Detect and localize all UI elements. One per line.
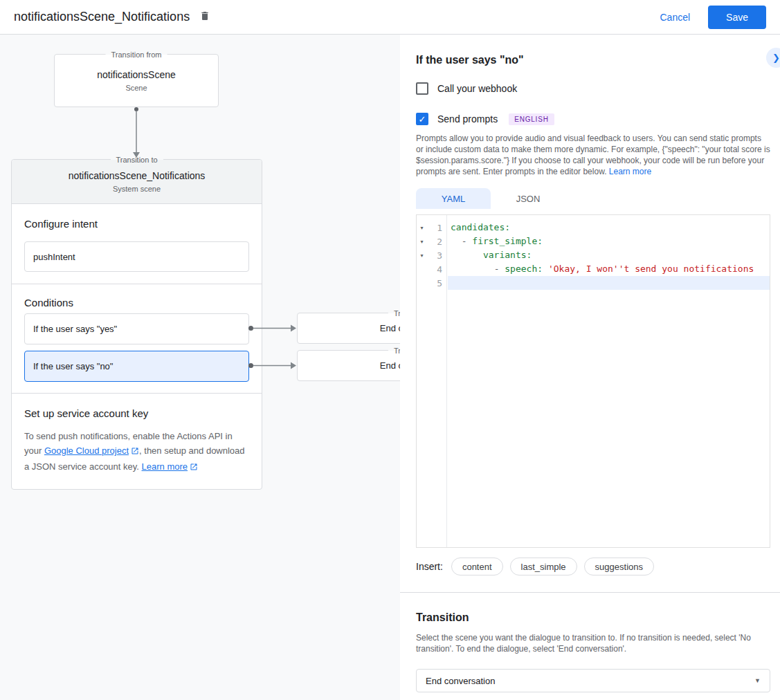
prompts-checkbox-row: ✓ Send prompts ENGLISH: [416, 113, 554, 125]
service-account-section: Set up service account key To send push …: [12, 394, 262, 489]
gutter-row: 4: [417, 262, 446, 276]
trash-icon: [199, 10, 210, 24]
scene-diagram-panel: Transition from notificationsScene Scene…: [0, 35, 400, 700]
section-divider: [400, 592, 780, 593]
tab-json[interactable]: JSON: [491, 188, 565, 209]
scene-node[interactable]: Transition to notificationsScene_Notific…: [11, 159, 262, 490]
transition-from-node[interactable]: Transition from notificationsScene Scene: [54, 54, 219, 107]
send-prompts-checkbox[interactable]: ✓: [416, 113, 428, 125]
prompts-description-text: Prompts allow you to provide audio and v…: [416, 133, 770, 176]
code-line: variants:: [448, 248, 770, 262]
delete-scene-button[interactable]: [199, 10, 210, 24]
condition-title: If the user says "no": [416, 54, 524, 66]
fold-icon[interactable]: ▾: [417, 239, 427, 245]
line-number: 4: [427, 264, 446, 275]
insert-suggestions-chip[interactable]: suggestions: [584, 558, 654, 575]
line-number: 3: [427, 250, 446, 261]
node-title: End conversation: [380, 323, 400, 333]
configure-intent-section: Configure intent pushIntent: [12, 204, 262, 284]
transition-description: Select the scene you want the dialogue t…: [416, 632, 770, 654]
node-badge: Transition to: [110, 155, 163, 165]
conditions-section: Conditions If the user says "yes" If the…: [12, 284, 262, 394]
open-in-new-icon: [131, 445, 139, 459]
google-cloud-project-link[interactable]: Google Cloud project: [44, 445, 129, 456]
chevron-right-icon: ❯: [772, 53, 780, 63]
connector-dot: [134, 107, 138, 111]
insert-label: Insert:: [416, 561, 443, 572]
call-webhook-checkbox[interactable]: [416, 82, 428, 95]
condition-detail-panel: If the user says "no" ❯ Call your webhoo…: [400, 35, 780, 700]
node-title: End conversation: [380, 360, 400, 371]
prompts-description: Prompts allow you to provide audio and v…: [416, 133, 770, 177]
header-actions: Cancel Save: [660, 6, 766, 29]
dropdown-caret-icon: ▼: [754, 677, 761, 684]
end-conversation-node[interactable]: Transition to End conversation: [297, 350, 400, 381]
intent-item[interactable]: pushIntent: [24, 241, 249, 272]
gutter-row: 5: [417, 276, 446, 290]
node-title: notificationsScene_Notifications: [69, 170, 206, 181]
transition-select[interactable]: End conversation ▼: [416, 669, 770, 692]
prompt-code-editor[interactable]: ▾ 1 ▾ 2 ▾ 3 4 5 candidates: - first_sim: [416, 214, 770, 548]
webhook-checkbox-row: Call your webhook: [416, 82, 517, 95]
insert-last-simple-chip[interactable]: last_simple: [510, 558, 577, 575]
insert-toolbar: Insert: content last_simple suggestions: [416, 558, 661, 575]
editor-gutter: ▾ 1 ▾ 2 ▾ 3 4 5: [417, 215, 447, 547]
code-line: candidates:: [448, 221, 770, 234]
node-title: notificationsScene: [97, 69, 176, 80]
scene-node-header: notificationsScene_Notifications System …: [12, 160, 262, 204]
transition-heading: Transition: [416, 611, 469, 624]
check-icon: ✓: [419, 114, 426, 125]
service-account-heading: Set up service account key: [24, 407, 249, 420]
code-line: - speech: 'Okay, I won''t send you notif…: [448, 262, 770, 276]
node-subtitle: Scene: [125, 84, 147, 92]
conditions-heading: Conditions: [24, 297, 249, 309]
arrowhead-icon: [291, 325, 296, 332]
code-line-current: [448, 276, 770, 290]
configure-intent-heading: Configure intent: [24, 218, 249, 230]
node-badge: Transition to: [388, 346, 400, 356]
send-prompts-label: Send prompts: [437, 113, 498, 125]
line-number: 5: [427, 278, 446, 288]
insert-content-chip[interactable]: content: [451, 558, 503, 575]
gutter-row: ▾ 1: [417, 221, 446, 234]
node-badge: Transition to: [388, 308, 400, 318]
code-line: - first_simple:: [448, 234, 770, 248]
condition-item-no[interactable]: If the user says "no": [24, 351, 249, 382]
save-button[interactable]: Save: [708, 6, 766, 29]
condition-item-yes[interactable]: If the user says "yes": [24, 313, 249, 344]
gutter-row: ▾ 2: [417, 234, 446, 248]
transition-selected-value: End conversation: [426, 676, 495, 686]
gutter-row: ▾ 3: [417, 248, 446, 262]
language-badge: ENGLISH: [509, 113, 554, 125]
open-in-new-icon: [190, 461, 198, 475]
tab-yaml[interactable]: YAML: [416, 188, 491, 209]
learn-more-link[interactable]: Learn more: [609, 167, 651, 176]
line-number: 2: [427, 237, 446, 247]
end-conversation-node[interactable]: Transition to End conversation: [297, 313, 400, 344]
node-badge: Transition from: [106, 50, 167, 59]
cancel-button[interactable]: Cancel: [660, 12, 690, 23]
call-webhook-label: Call your webhook: [437, 83, 517, 94]
page-title: notificationsScene_Notifications: [14, 10, 190, 24]
learn-more-link[interactable]: Learn more: [142, 461, 188, 472]
fold-icon[interactable]: ▾: [417, 252, 427, 259]
editor-code-area[interactable]: candidates: - first_simple: variants: - …: [448, 215, 770, 547]
collapse-panel-button[interactable]: ❯: [766, 48, 780, 68]
app-header: notificationsScene_Notifications Cancel …: [0, 0, 780, 35]
line-number: 1: [427, 223, 446, 233]
arrowhead-icon: [291, 362, 296, 369]
node-subtitle: System scene: [113, 185, 161, 193]
fold-icon[interactable]: ▾: [417, 225, 427, 231]
editor-format-tabs: YAML JSON: [416, 188, 565, 209]
service-account-text: To send push notifications, enable the A…: [24, 429, 249, 475]
